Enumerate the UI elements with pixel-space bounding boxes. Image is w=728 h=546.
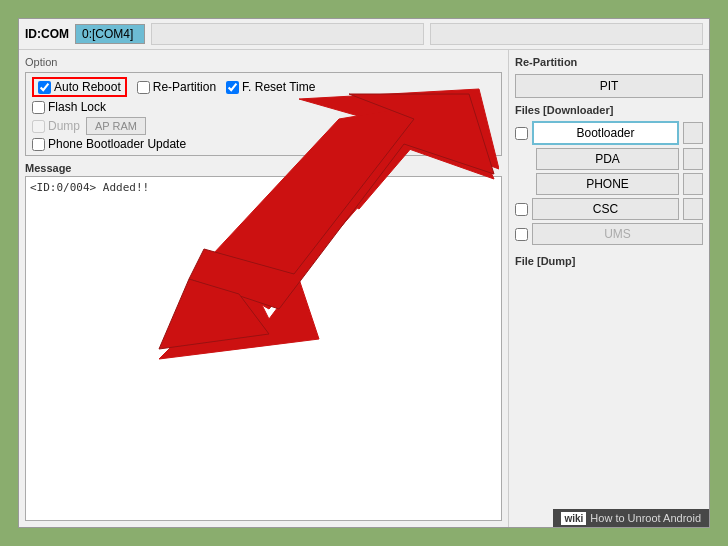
pit-button[interactable]: PIT — [515, 74, 703, 98]
app-window: ID:COM 0:[COM4] Option Auto Reboot — [18, 18, 710, 528]
phone-extra — [683, 173, 703, 195]
left-panel: Option Auto Reboot Re-Partition — [19, 50, 509, 527]
phone-bootloader-row: Phone Bootloader Update — [32, 137, 495, 151]
phone-row: PHONE — [515, 173, 703, 195]
outer-frame: ID:COM 0:[COM4] Option Auto Reboot — [0, 0, 728, 546]
id-dropdown[interactable]: 0:[COM4] — [75, 24, 145, 44]
re-partition-checkbox[interactable] — [137, 81, 150, 94]
dump-checkbox[interactable] — [32, 120, 45, 133]
ums-button[interactable]: UMS — [532, 223, 703, 245]
wiki-brand: wiki — [561, 512, 586, 525]
file-dump-label: File [Dump] — [515, 255, 703, 267]
option-section: Option Auto Reboot Re-Partition — [25, 56, 502, 156]
bootloader-button[interactable]: Bootloader — [532, 121, 679, 145]
message-label: Message — [25, 162, 502, 174]
csc-row: CSC — [515, 198, 703, 220]
re-partition-item: Re-Partition — [137, 80, 216, 94]
flash-lock-checkbox[interactable] — [32, 101, 45, 114]
id-row: ID:COM 0:[COM4] — [19, 19, 709, 50]
re-partition-label: Re-Partition — [153, 80, 216, 94]
option-row-2: Flash Lock — [32, 100, 495, 114]
f-reset-time-item: F. Reset Time — [226, 80, 315, 94]
option-label: Option — [25, 56, 502, 68]
ums-checkbox[interactable] — [515, 228, 528, 241]
wiki-title: How to Unroot Android — [590, 512, 701, 524]
id-label: ID:COM — [25, 27, 69, 41]
right-panel: Re-Partition PIT Files [Downloader] Boot… — [509, 50, 709, 527]
f-reset-time-checkbox[interactable] — [226, 81, 239, 94]
main-content: Option Auto Reboot Re-Partition — [19, 50, 709, 527]
phone-button[interactable]: PHONE — [536, 173, 679, 195]
auto-reboot-label: Auto Reboot — [54, 80, 121, 94]
id-spacer — [151, 23, 424, 45]
phone-bootloader-label: Phone Bootloader Update — [48, 137, 186, 151]
bootloader-row: Bootloader — [515, 121, 703, 145]
pda-row: PDA — [515, 148, 703, 170]
ums-row: UMS — [515, 223, 703, 245]
flash-lock-label: Flash Lock — [48, 100, 106, 114]
csc-extra — [683, 198, 703, 220]
pda-button[interactable]: PDA — [536, 148, 679, 170]
bootloader-extra — [683, 122, 703, 144]
re-partition-section: Re-Partition PIT — [515, 56, 703, 98]
csc-checkbox[interactable] — [515, 203, 528, 216]
files-download-section: Files [Downloader] Bootloader PDA — [515, 104, 703, 245]
f-reset-time-label: F. Reset Time — [242, 80, 315, 94]
auto-reboot-checkbox[interactable] — [38, 81, 51, 94]
dump-label: Dump — [48, 119, 80, 133]
phone-bootloader-checkbox[interactable] — [32, 138, 45, 151]
file-dump-section: File [Dump] — [515, 255, 703, 269]
re-partition-section-label: Re-Partition — [515, 56, 703, 68]
auto-reboot-box: Auto Reboot — [32, 77, 127, 97]
id-spacer2 — [430, 23, 703, 45]
ap-ram-button[interactable]: AP RAM — [86, 117, 146, 135]
wiki-footer: wiki How to Unroot Android — [553, 509, 709, 527]
wiki-logo: wiki — [561, 512, 586, 524]
option-box: Auto Reboot Re-Partition F. Reset Time — [25, 72, 502, 156]
option-row-1: Auto Reboot Re-Partition F. Reset Time — [32, 77, 495, 97]
files-download-label: Files [Downloader] — [515, 104, 703, 116]
message-textarea[interactable]: <ID:0/004> Added!! — [25, 176, 502, 521]
flash-lock-item: Flash Lock — [32, 100, 106, 114]
dump-item: Dump — [32, 119, 80, 133]
csc-button[interactable]: CSC — [532, 198, 679, 220]
bootloader-checkbox[interactable] — [515, 127, 528, 140]
message-section: Message <ID:0/004> Added!! — [25, 162, 502, 521]
dump-row: Dump AP RAM — [32, 117, 495, 135]
pda-extra — [683, 148, 703, 170]
